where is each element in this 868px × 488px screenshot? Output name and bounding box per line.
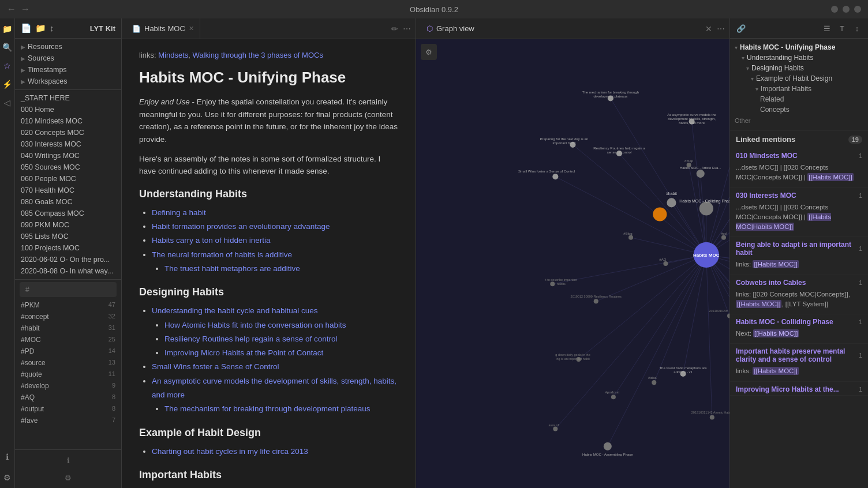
tag-concept[interactable]: #concept 32 xyxy=(15,311,121,322)
link-asymptotic[interactable]: An asymptotic curve models the developme… xyxy=(152,377,396,399)
more-options-icon[interactable]: ⋯ xyxy=(403,24,411,33)
new-file-icon[interactable]: 📄 xyxy=(21,23,32,33)
tag-source[interactable]: #source 13 xyxy=(15,357,121,369)
linked-entry-micro-header[interactable]: Improving Micro Habits at the... 1 xyxy=(730,382,868,395)
linked-entry-adapt-header[interactable]: Being able to adapt is an important habi… xyxy=(730,237,868,258)
sidebar-item-2020-06[interactable]: 2020-06-02 O- On the pro... xyxy=(15,254,121,265)
link-mindsets[interactable]: Mindsets xyxy=(158,51,188,59)
outline-item-designing[interactable]: ▾ Designing Habits xyxy=(730,63,868,73)
tag-fave[interactable]: #fave 7 xyxy=(15,415,121,426)
linked-entry-030-header[interactable]: 030 Interests MOC 1 xyxy=(730,188,868,201)
linked-entry-micro-title[interactable]: Improving Micro Habits at the... xyxy=(736,385,839,393)
sidebar-item-090[interactable]: 090 PKM MOC xyxy=(15,219,121,231)
sidebar-item-timestamps[interactable]: ▶ Timestamps xyxy=(15,64,121,76)
maximize-btn[interactable] xyxy=(843,6,850,13)
sidebar-item-resources[interactable]: ▶ Resources xyxy=(15,41,121,52)
link-how-atomic[interactable]: How Atomic Habits fit into the conversat… xyxy=(164,321,346,329)
linked-entry-010-title[interactable]: 010 Mindsets MOC xyxy=(736,152,798,160)
tag-output[interactable]: #output 8 xyxy=(15,403,121,415)
sidebar-item-start[interactable]: _START HERE xyxy=(15,92,121,104)
linked-entry-important-habits-title[interactable]: Important habits preserve mental clarity… xyxy=(736,347,859,363)
graph-canvas[interactable]: ⚙ xyxy=(416,39,729,488)
link-habit-formation[interactable]: Habit formation provides an evolutionary… xyxy=(152,222,330,231)
node-habit-tag[interactable] xyxy=(667,198,676,207)
ribbon-star-icon[interactable]: ☆ xyxy=(2,60,13,72)
link-habits-inertia[interactable]: Habits carry a ton of hidden inertia xyxy=(152,236,271,245)
node-idea-tag[interactable] xyxy=(652,380,656,385)
ribbon-nav-icon[interactable]: ◁ xyxy=(2,97,13,108)
node-blog-tag[interactable] xyxy=(628,235,633,240)
node-assembling[interactable] xyxy=(604,442,612,451)
tag-quote[interactable]: #quote 11 xyxy=(15,369,121,380)
right-panel-list-icon[interactable]: ☰ xyxy=(821,22,833,35)
node-atomic-habits[interactable] xyxy=(710,415,714,419)
graph-settings-button[interactable]: ⚙ xyxy=(421,44,437,60)
link-truest[interactable]: The truest habit metaphors are additive xyxy=(164,264,300,273)
sidebar-item-100[interactable]: 100 Projects MOC xyxy=(15,242,121,254)
right-panel-sort-icon[interactable]: ↕ xyxy=(851,22,863,35)
outline-item-related[interactable]: Related xyxy=(730,94,868,104)
link-resiliency[interactable]: Resiliency Routines help regain a sense … xyxy=(164,335,337,343)
graph-more-icon[interactable]: ⋯ xyxy=(717,24,725,33)
node-small-wins[interactable] xyxy=(552,174,558,179)
sidebar-info-icon[interactable]: ℹ xyxy=(62,455,74,466)
graph-close-icon[interactable]: ✕ xyxy=(705,24,712,33)
linked-mentions-header[interactable]: Linked mentions 19 xyxy=(730,130,868,148)
sidebar-settings-icon[interactable]: ⚙ xyxy=(62,472,74,483)
sidebar-item-010[interactable]: 010 Mindsets MOC xyxy=(15,115,121,127)
sidebar-item-080[interactable]: 080 Goals MOC xyxy=(15,196,121,208)
graph-tab[interactable]: ⬡ Graph view xyxy=(421,18,480,39)
sidebar-item-085[interactable]: 085 Compass MOC xyxy=(15,208,121,219)
right-panel-text-icon[interactable]: T xyxy=(836,22,848,35)
ribbon-plugin-icon[interactable]: ⚡ xyxy=(2,78,13,90)
link-neural[interactable]: The neural formation of habits is additi… xyxy=(152,250,292,259)
outline-item-understanding[interactable]: ▾ Understanding Habits xyxy=(730,52,868,63)
sidebar-item-060[interactable]: 060 People MOC xyxy=(15,173,121,185)
linked-entry-010-header[interactable]: 010 Mindsets MOC 1 xyxy=(730,148,868,162)
link-charting[interactable]: Charting out habit cycles in my life cir… xyxy=(152,447,308,456)
sort-icon[interactable]: ↕ xyxy=(50,23,54,33)
link-habit-cycle[interactable]: Understanding the habit cycle and habitu… xyxy=(152,306,317,315)
sidebar-item-000[interactable]: 000 Home xyxy=(15,104,121,115)
node-phases[interactable] xyxy=(553,427,558,431)
tag-develop[interactable]: #develop 9 xyxy=(15,380,121,392)
linked-entry-030-title[interactable]: 030 Interests MOC xyxy=(736,192,796,200)
node-orange[interactable] xyxy=(653,207,667,221)
sidebar-item-020[interactable]: 020 Concepts MOC xyxy=(15,127,121,138)
linked-entry-adapt-title[interactable]: Being able to adapt is an important habi… xyxy=(736,241,859,257)
note-close-btn[interactable]: ✕ xyxy=(189,25,194,32)
ribbon-settings-icon[interactable]: ⚙ xyxy=(2,472,13,483)
link-walking[interactable]: Walking through the 3 phases of MOCs xyxy=(193,51,323,59)
tag-moc[interactable]: #MOC 25 xyxy=(15,334,121,346)
linked-entry-important-habits-header[interactable]: Important habits preserve mental clarity… xyxy=(730,344,868,365)
link-mechanism[interactable]: The mechanism for breaking through devel… xyxy=(164,404,370,413)
ribbon-search-icon[interactable]: 🔍 xyxy=(2,42,13,53)
node-describe[interactable] xyxy=(550,281,555,286)
right-panel-link-icon[interactable]: 🔗 xyxy=(735,22,747,35)
window-controls[interactable] xyxy=(831,6,861,13)
linked-entry-cobwebs-title[interactable]: Cobwebs into Cables xyxy=(736,279,806,287)
sidebar-item-030[interactable]: 030 Interests MOC xyxy=(15,138,121,150)
sidebar-item-workspaces[interactable]: ▶ Workspaces xyxy=(15,76,121,87)
node-colliding[interactable] xyxy=(699,201,713,215)
outline-item-important[interactable]: ▾ Important Habits xyxy=(730,84,868,94)
tag-pd[interactable]: #PD 14 xyxy=(15,346,121,357)
linked-entry-colliding-title[interactable]: Habits MOC - Colliding Phase xyxy=(736,318,833,326)
nav-buttons[interactable]: ← → xyxy=(7,4,30,14)
ribbon-files-icon[interactable]: 📁 xyxy=(2,23,13,35)
close-btn[interactable] xyxy=(854,6,861,13)
node-aq-tag[interactable] xyxy=(663,261,668,266)
outline-item-example[interactable]: ▾ Example of Habit Design xyxy=(730,73,868,84)
linked-entry-colliding-header[interactable]: Habits MOC - Colliding Phase 1 xyxy=(730,314,868,328)
sidebar-item-2020-08[interactable]: 2020-08-08 O- In what way... xyxy=(15,265,121,277)
sidebar-item-sources[interactable]: ▶ Sources xyxy=(15,52,121,64)
new-folder-icon[interactable]: 📁 xyxy=(35,23,46,33)
link-defining[interactable]: Defining a habit xyxy=(152,208,206,217)
linked-entry-cobwebs-header[interactable]: Cobwebs into Cables 1 xyxy=(730,275,868,288)
tag-search-row[interactable]: # xyxy=(20,282,117,297)
ribbon-info-icon[interactable]: ℹ xyxy=(2,451,13,463)
edit-icon[interactable]: ✏ xyxy=(391,24,398,33)
link-small-wins[interactable]: Small Wins foster a Sense of Control xyxy=(152,362,279,371)
tag-habit[interactable]: #habit 31 xyxy=(15,322,121,334)
forward-button[interactable]: → xyxy=(21,4,30,14)
